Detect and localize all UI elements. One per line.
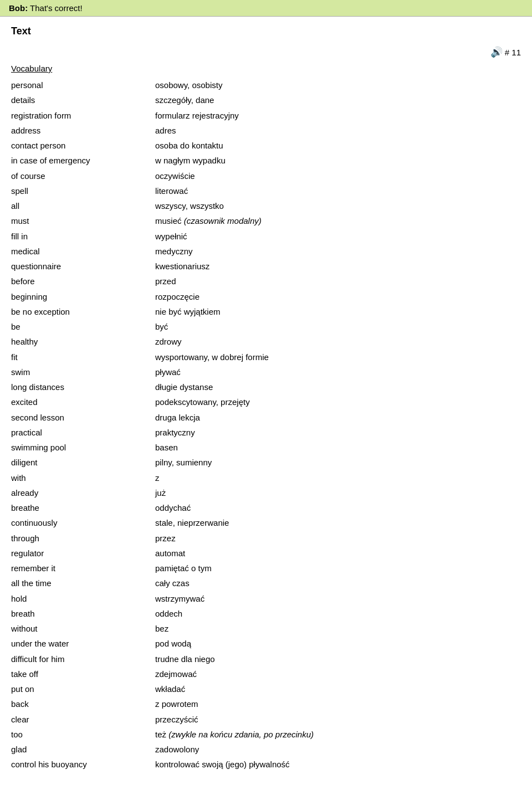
vocab-polish: przez: [155, 531, 521, 546]
table-row: gladzadowolony: [11, 742, 521, 757]
vocab-polish: osobowy, osobisty: [155, 78, 521, 93]
vocab-english: spell: [11, 183, 155, 198]
vocab-english: excited: [11, 394, 155, 409]
vocab-polish: trudne dla niego: [155, 652, 521, 666]
main-content: Text 🔊 # 11 Vocabulary personalosobowy, …: [0, 17, 532, 781]
table-row: withoutbez: [11, 621, 521, 636]
vocab-english: put on: [11, 681, 155, 696]
vocab-polish: formularz rejestracyjny: [155, 108, 521, 123]
vocab-english: all: [11, 198, 155, 213]
vocab-english: of course: [11, 168, 155, 183]
vocab-english: be: [11, 319, 155, 334]
table-row: practicalpraktyczny: [11, 425, 521, 440]
table-row: detailsszczegóły, dane: [11, 93, 521, 107]
hash-number: # 11: [505, 48, 521, 57]
vocab-english: healthy: [11, 334, 155, 349]
sound-icon[interactable]: 🔊: [490, 46, 503, 58]
vocab-english: questionnaire: [11, 259, 155, 274]
table-row: alreadyjuż: [11, 485, 521, 500]
vocab-english: fill in: [11, 229, 155, 244]
vocab-polish: przeczyścić: [155, 712, 521, 727]
vocab-polish: rozpoczęcie: [155, 289, 521, 304]
vocab-english: fit: [11, 350, 155, 365]
vocab-polish: oczywiście: [155, 168, 521, 183]
table-row: remember itpamiętać o tym: [11, 561, 521, 576]
vocab-polish: wkładać: [155, 681, 521, 696]
vocab-polish: zadowolony: [155, 742, 521, 757]
table-row: second lessondruga lekcja: [11, 410, 521, 425]
table-row: registration formformularz rejestracyjny: [11, 108, 521, 123]
vocab-polish: też (zwykle na końcu zdania, po przecink…: [155, 727, 521, 742]
table-row: fill inwypełnić: [11, 229, 521, 244]
vocab-polish: z: [155, 470, 521, 485]
vocab-table: personalosobowy, osobistydetailsszczegół…: [11, 78, 521, 772]
table-row: difficult for himtrudne dla niego: [11, 652, 521, 666]
vocab-english: through: [11, 531, 155, 546]
vocab-english: registration form: [11, 108, 155, 123]
table-row: contact personosoba do kontaktu: [11, 138, 521, 153]
vocab-english: be no exception: [11, 304, 155, 319]
vocab-polish: pływać: [155, 365, 521, 380]
table-row: continuouslystale, nieprzerwanie: [11, 515, 521, 530]
vocab-polish: automat: [155, 546, 521, 561]
top-bar: Bob: That's correct!: [0, 0, 532, 17]
vocab-english: practical: [11, 425, 155, 440]
vocab-polish: przed: [155, 274, 521, 289]
vocab-english: control his buoyancy: [11, 757, 155, 772]
vocab-polish: oddychać: [155, 500, 521, 515]
vocab-english: take off: [11, 666, 155, 681]
vocab-english: without: [11, 621, 155, 636]
vocab-english: swimming pool: [11, 440, 155, 455]
vocab-english: glad: [11, 742, 155, 757]
table-row: healthyzdrowy: [11, 334, 521, 349]
vocab-polish: adres: [155, 123, 521, 138]
vocab-polish: literować: [155, 183, 521, 198]
vocab-polish: osoba do kontaktu: [155, 138, 521, 153]
vocab-english: diligent: [11, 455, 155, 470]
table-row: spellliterować: [11, 183, 521, 198]
table-row: breathoddech: [11, 606, 521, 621]
vocab-english: breathe: [11, 500, 155, 515]
vocab-english: second lesson: [11, 410, 155, 425]
vocab-english: under the water: [11, 636, 155, 651]
vocab-english: too: [11, 727, 155, 742]
sound-badge[interactable]: 🔊 # 11: [490, 46, 521, 58]
vocab-polish: pamiętać o tym: [155, 561, 521, 576]
header-row: 🔊 # 11: [11, 46, 521, 58]
table-row: take offzdejmować: [11, 666, 521, 681]
table-row: control his buoyancykontrolować swoją (j…: [11, 757, 521, 772]
table-row: beforeprzed: [11, 274, 521, 289]
vocab-english: clear: [11, 712, 155, 727]
vocab-english: in case of emergency: [11, 153, 155, 168]
vocab-polish: basen: [155, 440, 521, 455]
vocab-english: details: [11, 93, 155, 107]
table-row: all the timecały czas: [11, 576, 521, 591]
vocab-english: long distances: [11, 380, 155, 394]
table-row: personalosobowy, osobisty: [11, 78, 521, 93]
vocab-english: already: [11, 485, 155, 500]
table-row: backz powrotem: [11, 696, 521, 711]
vocab-english: must: [11, 213, 155, 228]
page-title: Text: [11, 25, 521, 37]
table-row: under the waterpod wodą: [11, 636, 521, 651]
vocab-polish: oddech: [155, 606, 521, 621]
table-row: addressadres: [11, 123, 521, 138]
speaker-label: Bob:: [9, 3, 28, 13]
vocab-english: hold: [11, 591, 155, 606]
table-row: bebyć: [11, 319, 521, 334]
table-row: put onwkładać: [11, 681, 521, 696]
vocab-english: breath: [11, 606, 155, 621]
vocab-english: back: [11, 696, 155, 711]
vocab-polish: zdrowy: [155, 334, 521, 349]
vocab-english: beginning: [11, 289, 155, 304]
vocab-english: personal: [11, 78, 155, 93]
vocab-polish: wszyscy, wszystko: [155, 198, 521, 213]
vocab-polish: praktyczny: [155, 425, 521, 440]
table-row: throughprzez: [11, 531, 521, 546]
vocab-polish: długie dystanse: [155, 380, 521, 394]
vocab-english: contact person: [11, 138, 155, 153]
vocab-polish: kwestionariusz: [155, 259, 521, 274]
vocab-polish: z powrotem: [155, 696, 521, 711]
table-row: swimming poolbasen: [11, 440, 521, 455]
vocab-polish: bez: [155, 621, 521, 636]
